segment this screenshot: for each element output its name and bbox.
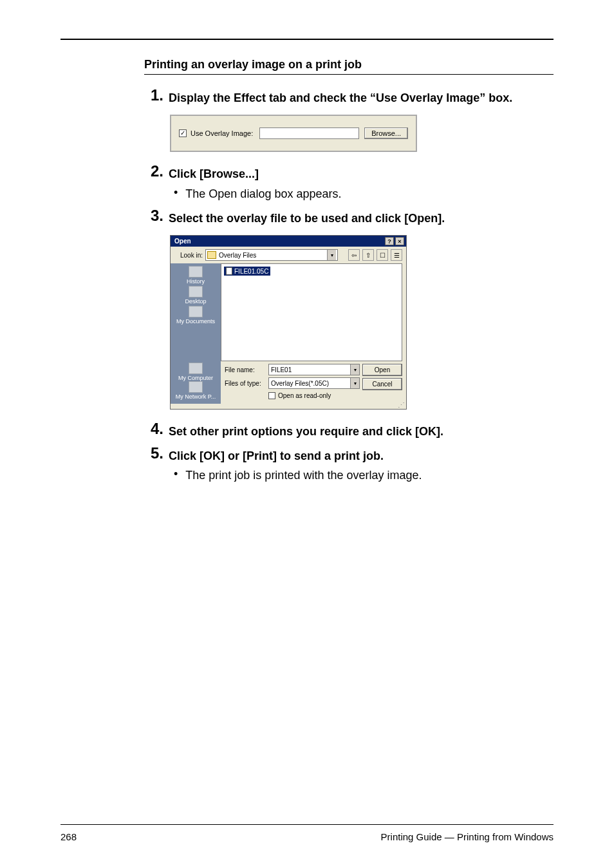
bullet-icon: • bbox=[174, 467, 178, 482]
browse-button[interactable]: Browse... bbox=[364, 127, 408, 139]
file-name: FILE01.05C bbox=[234, 268, 268, 275]
chevron-down-icon[interactable]: ▾ bbox=[350, 378, 359, 388]
use-overlay-checkbox[interactable]: ✓ bbox=[179, 129, 187, 137]
top-rule bbox=[60, 39, 554, 40]
view-menu-icon[interactable]: ☰ bbox=[391, 249, 402, 261]
step-number: 4 bbox=[144, 421, 163, 437]
step-4: 4 Set other print options you require an… bbox=[144, 421, 554, 439]
chevron-down-icon[interactable]: ▾ bbox=[350, 364, 359, 375]
dialog-title: Open bbox=[174, 238, 191, 245]
filetype-combo[interactable]: Overlay Files(*.05C) ▾ bbox=[268, 377, 360, 389]
file-item-selected[interactable]: FILE01.05C bbox=[224, 267, 270, 276]
figure-open-dialog: Open ? × Look in: Overlay Files ▾ ⇦ bbox=[170, 235, 554, 410]
new-folder-icon[interactable]: ☐ bbox=[377, 249, 388, 261]
step-2: 2 Click [Browse...] • The Open dialog bo… bbox=[144, 164, 554, 202]
document-icon bbox=[226, 267, 232, 275]
readonly-label: Open as read-only bbox=[278, 392, 331, 399]
step-number: 5 bbox=[144, 446, 163, 461]
step-number: 2 bbox=[144, 164, 163, 179]
footer-text: Printing Guide — Printing from Windows bbox=[381, 831, 554, 842]
computer-icon bbox=[189, 363, 203, 374]
places-bar: History Desktop My Documents bbox=[171, 263, 221, 361]
chevron-down-icon[interactable]: ▾ bbox=[327, 250, 336, 260]
page-number: 268 bbox=[60, 831, 77, 842]
step-instruction: Display the Effect tab and check the “Us… bbox=[169, 90, 554, 106]
documents-icon bbox=[189, 306, 203, 317]
dialog-titlebar[interactable]: Open ? × bbox=[171, 236, 406, 247]
place-documents[interactable]: My Documents bbox=[176, 306, 215, 325]
overlay-path-input[interactable] bbox=[259, 127, 359, 139]
desktop-icon bbox=[189, 286, 203, 297]
place-history[interactable]: History bbox=[187, 266, 205, 285]
bullet-text: The print job is printed with the overla… bbox=[185, 467, 422, 483]
bullet-text: The Open dialog box appears. bbox=[185, 186, 341, 202]
filename-input[interactable]: FILE01 ▾ bbox=[268, 364, 360, 375]
file-list[interactable]: FILE01.05C bbox=[221, 263, 402, 361]
step-instruction: Click [Browse...] bbox=[169, 166, 554, 182]
cancel-button[interactable]: Cancel bbox=[362, 378, 402, 390]
lookin-combo[interactable]: Overlay Files ▾ bbox=[205, 249, 338, 261]
step-number: 3 bbox=[144, 208, 163, 223]
readonly-checkbox[interactable] bbox=[268, 392, 275, 399]
folder-icon bbox=[207, 251, 216, 259]
step-5: 5 Click [OK] or [Print] to send a print … bbox=[144, 446, 554, 484]
section-title: Printing an overlay image on a print job bbox=[144, 58, 554, 75]
place-computer[interactable]: My Computer bbox=[178, 363, 213, 381]
history-icon bbox=[189, 266, 203, 278]
use-overlay-label: Use Overlay Image: bbox=[191, 129, 253, 137]
figure-overlay-checkbox: ✓ Use Overlay Image: Browse... bbox=[170, 115, 554, 152]
open-button[interactable]: Open bbox=[362, 364, 402, 376]
help-button[interactable]: ? bbox=[385, 237, 394, 245]
lookin-value: Overlay Files bbox=[219, 252, 327, 259]
bullet-icon: • bbox=[174, 186, 178, 200]
step-instruction: Click [OK] or [Print] to send a print jo… bbox=[169, 448, 554, 464]
up-icon[interactable]: ⇧ bbox=[362, 249, 374, 261]
step-instruction: Select the overlay file to be used and c… bbox=[169, 211, 554, 226]
place-network[interactable]: My Network P... bbox=[176, 381, 216, 400]
step-3: 3 Select the overlay file to be used and… bbox=[144, 208, 554, 226]
filename-label: File name: bbox=[225, 366, 265, 373]
filetype-label: Files of type: bbox=[225, 380, 265, 387]
close-button[interactable]: × bbox=[395, 237, 404, 245]
back-icon[interactable]: ⇦ bbox=[348, 249, 360, 261]
step-1: 1 Display the Effect tab and check the “… bbox=[144, 88, 554, 106]
place-desktop[interactable]: Desktop bbox=[185, 286, 206, 305]
page-footer: 268 Printing Guide — Printing from Windo… bbox=[60, 824, 554, 842]
step-number: 1 bbox=[144, 88, 163, 103]
lookin-label: Look in: bbox=[174, 252, 203, 259]
network-icon bbox=[189, 381, 203, 393]
step-instruction: Set other print options you require and … bbox=[169, 424, 554, 439]
resize-grip-icon[interactable]: ⋰ bbox=[171, 404, 406, 409]
